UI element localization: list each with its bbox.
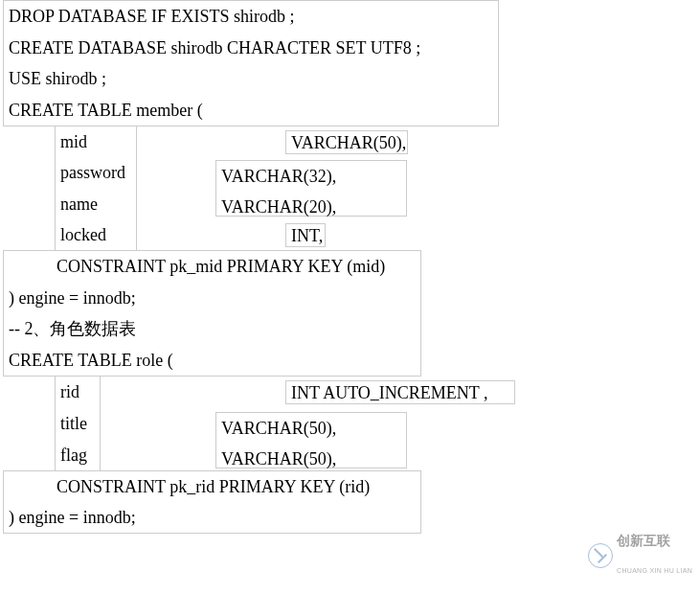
field-type: VARCHAR(32), (221, 161, 336, 192)
sql-line: CREATE TABLE role ( (9, 345, 173, 376)
field-name: locked (60, 219, 106, 250)
field-type: VARCHAR(20), (221, 192, 336, 222)
role-tail-block: CONSTRAINT pk_rid PRIMARY KEY (rid) ) en… (3, 470, 421, 534)
field-type-group: VARCHAR(32), VARCHAR(20), (215, 160, 407, 217)
field-name: password (60, 157, 125, 188)
field-type: VARCHAR(50), (285, 130, 408, 154)
watermark-cn: 创新互联 (617, 525, 692, 556)
engine-line: ) engine = innodb; (9, 283, 136, 313)
member-tail-block: CONSTRAINT pk_mid PRIMARY KEY (mid) ) en… (3, 250, 421, 377)
field-type: INT, (285, 223, 326, 247)
watermark-logo-icon (588, 543, 613, 568)
sql-line: DROP DATABASE IF EXISTS shirodb ; (9, 1, 294, 32)
field-name: name (60, 189, 98, 219)
member-field-names: mid password name locked (55, 126, 137, 251)
watermark-en: CHUANG XIN HU LIAN (617, 556, 692, 586)
sql-line: USE shirodb ; (9, 63, 106, 94)
field-name: mid (60, 126, 87, 157)
sql-line: CREATE TABLE member ( (9, 95, 203, 126)
constraint-line: CONSTRAINT pk_mid PRIMARY KEY (mid) (9, 251, 385, 282)
role-field-names: rid title flag (55, 376, 101, 471)
sql-header-block: DROP DATABASE IF EXISTS shirodb ; CREATE… (3, 0, 499, 126)
field-name: title (60, 408, 87, 439)
field-type-group: VARCHAR(50), VARCHAR(50), (215, 412, 407, 468)
field-type: VARCHAR(50), (221, 413, 336, 444)
sql-line: CREATE DATABASE shirodb CHARACTER SET UT… (9, 33, 420, 63)
engine-line: ) engine = innodb; (9, 502, 136, 533)
field-type: INT AUTO_INCREMENT , (285, 380, 515, 404)
comment-line: -- 2、角色数据表 (9, 313, 137, 344)
watermark: 创新互联 CHUANG XIN HU LIAN (588, 525, 692, 586)
field-name: rid (60, 377, 79, 407)
field-name: flag (60, 440, 87, 470)
constraint-line: CONSTRAINT pk_rid PRIMARY KEY (rid) (9, 471, 370, 502)
